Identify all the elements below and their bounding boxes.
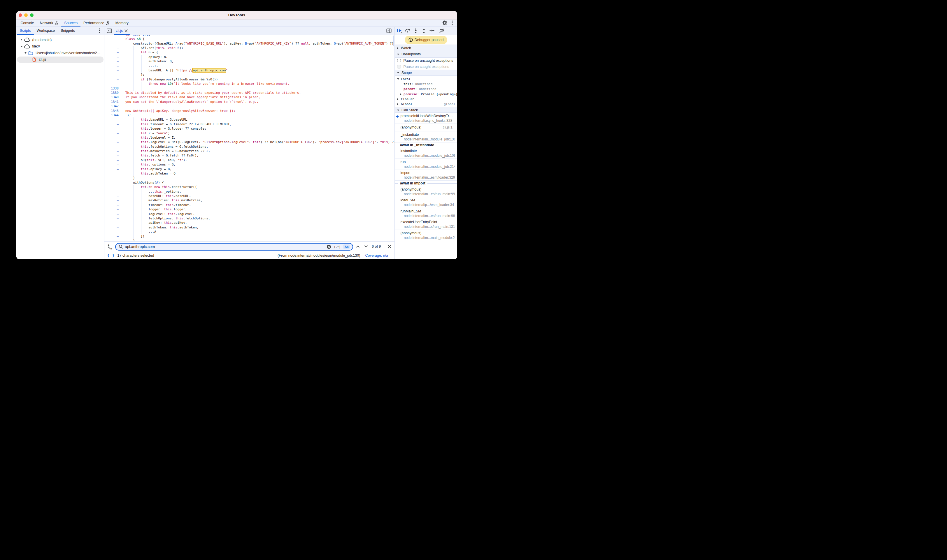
callstack-section-header[interactable]: Call Stack <box>395 108 457 113</box>
line-number[interactable]: – <box>104 153 119 158</box>
line-number[interactable]: – <box>104 238 119 241</box>
line-number[interactable]: – <box>104 55 119 59</box>
line-number[interactable]: – <box>104 220 119 225</box>
line-number[interactable]: – <box>104 59 119 63</box>
checkbox-row-pause-on-uncaught-exceptions[interactable]: Pause on uncaught exceptions <box>395 58 457 64</box>
editor-tab-cli-js[interactable]: cli.js <box>114 27 130 35</box>
line-number[interactable]: – <box>104 203 119 207</box>
line-number[interactable]: 1340 <box>104 95 119 99</box>
callstack-frame[interactable]: promiseInitHookWithDestroyTr…node:intern… <box>395 113 457 124</box>
scope-group-closure[interactable]: Closure <box>395 97 457 102</box>
callstack-frame[interactable]: executeUserEntryPointnode:internal/m...s… <box>395 219 457 230</box>
line-number[interactable]: – <box>104 162 119 167</box>
scope-group-global[interactable]: Globalglobal <box>395 102 457 107</box>
line-number[interactable]: 1339 <box>104 91 119 95</box>
minimize-window-button[interactable] <box>24 14 28 17</box>
line-number[interactable]: – <box>104 189 119 194</box>
scope-expander[interactable] <box>397 98 399 100</box>
navigator-tab-snippets[interactable]: Snippets <box>58 27 78 35</box>
line-number[interactable]: 1341 <box>104 100 119 104</box>
next-match-button[interactable] <box>362 242 369 252</box>
line-number[interactable]: – <box>104 122 119 126</box>
line-number[interactable]: – <box>104 207 119 212</box>
more-options-button[interactable] <box>449 20 456 26</box>
line-number[interactable]: – <box>104 72 119 77</box>
step-over-button[interactable] <box>404 27 412 34</box>
line-number[interactable]: – <box>104 42 119 46</box>
step-out-button[interactable] <box>420 27 428 34</box>
main-tab-console[interactable]: Console <box>18 20 37 26</box>
line-number[interactable]: – <box>104 82 119 86</box>
line-number[interactable]: 1344 <box>104 113 119 117</box>
step-button[interactable] <box>428 27 436 34</box>
line-number[interactable]: – <box>104 135 119 140</box>
line-number[interactable]: – <box>104 234 119 238</box>
scope-group-local[interactable]: Local <box>395 77 457 82</box>
breakpoints-section-header[interactable]: Breakpoints <box>395 51 457 58</box>
close-window-button[interactable] <box>19 14 22 17</box>
line-number[interactable]: – <box>104 149 119 153</box>
line-number[interactable]: – <box>104 158 119 162</box>
line-number[interactable]: – <box>104 167 119 171</box>
coverage-link[interactable]: Coverage: n/a <box>365 254 388 258</box>
callstack-frame[interactable]: runMainESMnode:internal/m...es/run_main:… <box>395 208 457 219</box>
line-number[interactable]: – <box>104 216 119 220</box>
checkbox[interactable] <box>397 59 401 63</box>
match-case-toggle[interactable]: Aa <box>343 245 350 249</box>
callstack-frame[interactable]: _instantiatenode:internal/m...module_job… <box>395 131 457 143</box>
callstack-frame[interactable]: (anonymous)cli.js:1 <box>395 124 457 132</box>
line-number[interactable]: – <box>104 185 119 189</box>
line-number[interactable]: 1343 <box>104 109 119 113</box>
line-number[interactable]: – <box>104 225 119 229</box>
callstack-frame[interactable]: importnode:internal/m...esm/loader:329 <box>395 170 457 181</box>
previous-match-button[interactable] <box>355 242 361 252</box>
line-number[interactable]: – <box>104 229 119 234</box>
main-tab-network[interactable]: Network <box>37 20 61 26</box>
line-number[interactable]: – <box>104 64 119 68</box>
line-number[interactable]: – <box>104 37 119 41</box>
scope-expander[interactable] <box>397 78 399 80</box>
main-tab-performance[interactable]: Performance <box>80 20 113 26</box>
callstack-frame[interactable]: (anonymous)node:internal/m...main_module… <box>395 230 457 241</box>
toggle-navigator-button[interactable] <box>106 27 113 34</box>
regex-toggle[interactable]: (.*) <box>334 245 341 249</box>
line-number[interactable]: – <box>104 117 119 122</box>
line-number[interactable]: – <box>104 180 119 185</box>
navigator-tab-workspace[interactable]: Workspace <box>34 27 58 35</box>
close-search-button[interactable] <box>386 242 393 252</box>
tree-row--no-domain-[interactable]: (no domain) <box>17 37 103 43</box>
close-tab-button[interactable] <box>125 29 128 32</box>
line-number[interactable]: – <box>104 198 119 203</box>
settings-button[interactable] <box>441 20 449 26</box>
tree-row-users-jinhuilee-nvm-versions-node-v2-[interactable]: Users/jinhuilee/.nvm/versions/node/v2... <box>17 50 103 57</box>
tree-expander[interactable] <box>20 43 23 50</box>
line-number[interactable]: – <box>104 140 119 144</box>
line-number[interactable]: – <box>104 176 119 180</box>
step-into-button[interactable] <box>412 27 420 34</box>
pretty-print-button[interactable]: { } <box>107 254 115 258</box>
replace-toggle-button[interactable]: AB <box>107 243 113 250</box>
scope-prop-parent[interactable]: parent: undefined <box>395 86 457 91</box>
line-number[interactable]: – <box>104 171 119 176</box>
line-number[interactable]: – <box>104 194 119 198</box>
callstack-frame[interactable]: loadESMnode:internal/p.../esm_loader:34 <box>395 197 457 208</box>
tree-row-cli-js[interactable]: cli.js <box>17 56 103 63</box>
scope-expander[interactable] <box>397 103 399 106</box>
line-number[interactable]: 1338 <box>104 86 119 91</box>
line-number[interactable]: – <box>104 126 119 131</box>
tree-expander[interactable] <box>20 37 22 43</box>
line-number[interactable]: – <box>104 212 119 216</box>
clear-search-button[interactable] <box>327 245 331 249</box>
code-editor[interactable]: –var Xs0, $F1;–class $8 {– constructor({… <box>104 35 395 241</box>
line-number[interactable]: 1342 <box>104 104 119 108</box>
scope-prop-promise[interactable]: promise: Promise {<pending>} <box>395 92 457 97</box>
scope-prop-this[interactable]: this: undefined <box>395 82 457 86</box>
navigator-tab-scripts[interactable]: Scripts <box>17 27 34 35</box>
toggle-debugger-sidebar-button[interactable] <box>385 27 392 34</box>
line-number[interactable]: – <box>104 46 119 50</box>
zoom-window-button[interactable] <box>30 14 34 17</box>
watch-section-header[interactable]: Watch <box>395 45 457 51</box>
source-mapped-link[interactable]: node:internal/modules/esm/module_job:130 <box>288 254 359 258</box>
line-number[interactable]: – <box>104 131 119 135</box>
callstack-frame[interactable]: (anonymous)node:internal/m...es/run_main… <box>395 186 457 197</box>
